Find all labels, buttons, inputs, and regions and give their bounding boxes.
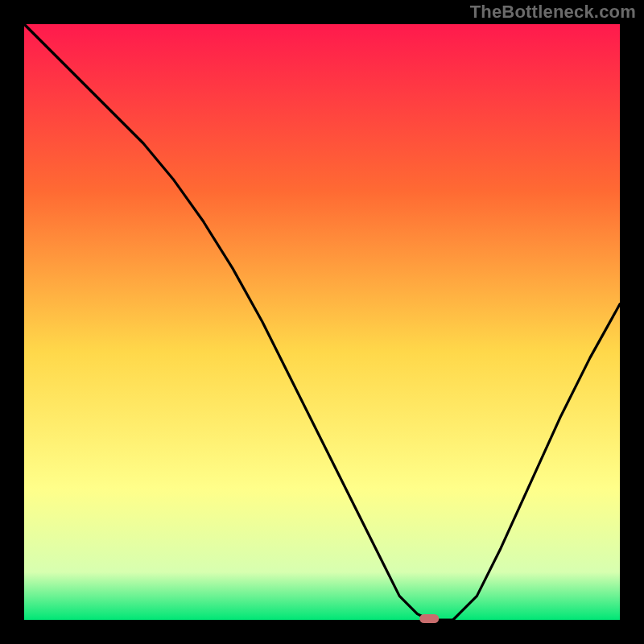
chart-container: TheBottleneck.com xyxy=(0,0,644,644)
watermark-label: TheBottleneck.com xyxy=(470,2,636,23)
optimal-marker xyxy=(419,614,439,623)
bottleneck-chart xyxy=(0,0,644,644)
